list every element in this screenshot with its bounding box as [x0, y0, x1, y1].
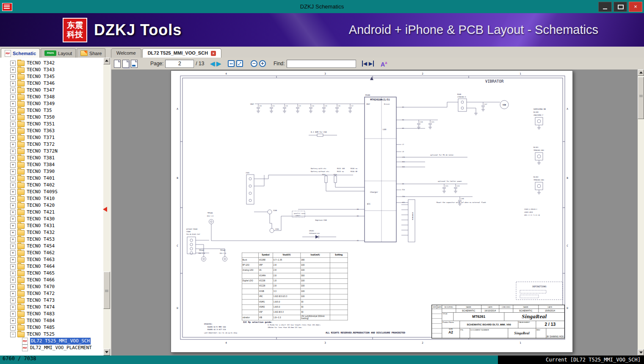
expand-icon[interactable]: +	[10, 67, 16, 73]
tree-folder-row[interactable]: +TECNO T470	[0, 283, 103, 290]
expand-icon[interactable]: +	[10, 88, 16, 93]
expand-icon[interactable]: +	[10, 122, 16, 127]
expand-icon[interactable]: +	[10, 278, 16, 283]
tree-folder-row[interactable]: +TECNO T466	[0, 277, 103, 283]
tree-folder-row[interactable]: +TECNO T401	[0, 175, 103, 182]
tab-schematic[interactable]: PDF Schematic	[1, 48, 40, 58]
tree-folder-row[interactable]: +TECNO T350	[0, 114, 103, 121]
expand-icon[interactable]: +	[10, 74, 16, 80]
tree-folder-row[interactable]: −TECNO T525	[0, 331, 103, 338]
expand-icon[interactable]: +	[10, 271, 16, 276]
expand-icon[interactable]: +	[10, 149, 16, 154]
main-scroll-down-icon[interactable]	[638, 349, 644, 356]
expand-icon[interactable]: +	[10, 305, 16, 310]
font-size-button[interactable]: Aa	[381, 59, 387, 68]
tree-folder-row[interactable]: +TECNO T384	[0, 161, 103, 168]
expand-icon[interactable]: +	[10, 128, 16, 134]
expand-icon[interactable]: +	[10, 142, 16, 147]
fit-width-button[interactable]: ↔	[228, 60, 235, 67]
tree-folder-row[interactable]: +TECNO T371	[0, 134, 103, 141]
tree-folder-row[interactable]: +TECNO T343	[0, 67, 103, 73]
tree-folder-row[interactable]: +TECNO T346	[0, 80, 103, 87]
expand-icon[interactable]: +	[10, 156, 16, 161]
tree-folder-row[interactable]: +TECNO T372N	[0, 148, 103, 155]
expand-icon[interactable]: +	[10, 325, 16, 331]
continuous-page-icon[interactable]	[131, 60, 138, 68]
tree-folder-row[interactable]: +TECNO T453	[0, 236, 103, 243]
expand-icon[interactable]: +	[10, 230, 16, 236]
sidebar-scroll-down-icon[interactable]	[103, 349, 110, 356]
tree-folder-row[interactable]: +TECNO T483	[0, 311, 103, 317]
tree-folder-row[interactable]: +TECNO T349	[0, 100, 103, 107]
main-scroll-up-icon[interactable]	[638, 69, 644, 76]
zoom-in-button[interactable]: +	[259, 60, 266, 67]
tree-folder-row[interactable]: +TECNO T484	[0, 317, 103, 324]
expand-icon[interactable]: +	[10, 176, 16, 181]
tree-document-row[interactable]: PDFDL72_MMI_VOO_PLACEMENT	[0, 345, 103, 351]
tree-folder-row[interactable]: +TECNO T485	[0, 324, 103, 331]
collapse-icon[interactable]: −	[10, 332, 16, 337]
tree-folder-row[interactable]: +TECNO T410	[0, 195, 103, 202]
document-viewport[interactable]: 44332211AABBCCDDK3K4K2L2L8L10H13H12D4E18…	[111, 69, 638, 356]
expand-icon[interactable]: +	[10, 189, 16, 195]
tree-folder-row[interactable]: +TECNO T464	[0, 263, 103, 270]
expand-icon[interactable]: +	[10, 115, 16, 120]
tree-folder-row[interactable]: +TECNO T430	[0, 216, 103, 222]
close-button[interactable]: ×	[629, 2, 642, 12]
tree-folder-row[interactable]: +TECNO T409S	[0, 189, 103, 195]
tab-layout[interactable]: PADS Layout	[41, 48, 76, 58]
doc-tab-close-icon[interactable]: x	[211, 51, 216, 56]
minimize-button[interactable]	[598, 2, 612, 12]
expand-icon[interactable]: +	[10, 108, 16, 114]
tree-folder-row[interactable]: +TECNO T347	[0, 87, 103, 94]
page-input[interactable]	[165, 60, 194, 68]
previous-page-button[interactable]: ◀	[210, 60, 215, 67]
expand-icon[interactable]: +	[10, 217, 16, 222]
expand-icon[interactable]: +	[10, 183, 16, 188]
expand-icon[interactable]: +	[10, 257, 16, 263]
tree-folder-row[interactable]: +TECNO T402	[0, 182, 103, 189]
multi-page-icon[interactable]	[122, 60, 129, 68]
tree-folder-row[interactable]: +TECNO T473	[0, 297, 103, 304]
expand-icon[interactable]: +	[10, 291, 16, 297]
doc-tab-current[interactable]: DL72 T525_MMI_VOO_SCH x	[142, 48, 221, 58]
tree-folder-row[interactable]: +TECNO T421	[0, 209, 103, 216]
sidebar-scroll-up-icon[interactable]	[103, 58, 110, 64]
tree-folder-row[interactable]: +TECNO T390	[0, 168, 103, 175]
tree-folder-row[interactable]: +TECNO T472	[0, 290, 103, 297]
tree-document-row[interactable]: PDFDL72 T525_MMI_VOO_SCH	[0, 338, 103, 345]
expand-icon[interactable]: +	[10, 101, 16, 107]
main-scroll-thumb[interactable]	[638, 77, 644, 119]
expand-icon[interactable]: +	[10, 210, 16, 215]
expand-icon[interactable]: +	[10, 223, 16, 229]
tree-folder-row[interactable]: +TECNO T462	[0, 250, 103, 256]
tree-folder-row[interactable]: +TECNO T420	[0, 202, 103, 209]
expand-icon[interactable]: +	[10, 250, 16, 256]
expand-icon[interactable]: +	[10, 81, 16, 86]
expand-icon[interactable]: +	[10, 135, 16, 141]
tree-folder-row[interactable]: +TECNO T465	[0, 270, 103, 277]
sidebar-scroll-thumb[interactable]	[103, 272, 110, 309]
find-input[interactable]	[287, 60, 356, 68]
expand-icon[interactable]: +	[10, 237, 16, 242]
expand-icon[interactable]: +	[10, 162, 16, 168]
tree-folder-row[interactable]: +TECNO T381	[0, 155, 103, 161]
doc-tab-welcome[interactable]: Welcome	[111, 48, 141, 58]
tree-folder-row[interactable]: +TECNO T345	[0, 73, 103, 80]
tree-folder-row[interactable]: +TECNO T431	[0, 222, 103, 229]
single-page-icon[interactable]	[114, 60, 121, 68]
expand-icon[interactable]: +	[10, 61, 16, 66]
main-scrollbar[interactable]	[638, 69, 644, 356]
expand-icon[interactable]: +	[10, 298, 16, 303]
find-previous-button[interactable]: ◀	[362, 61, 367, 67]
tree-folder-row[interactable]: +TECNO T454	[0, 243, 103, 250]
tree-folder-row[interactable]: +TECNO T342	[0, 60, 103, 67]
tree-folder-row[interactable]: +TECNO T348	[0, 94, 103, 100]
tree-folder-row[interactable]: +TECNO T432	[0, 229, 103, 236]
next-page-button[interactable]: ▶	[216, 60, 221, 67]
expand-icon[interactable]: +	[10, 311, 16, 317]
expand-icon[interactable]: +	[10, 264, 16, 270]
expand-icon[interactable]: +	[10, 196, 16, 202]
tree-folder-row[interactable]: +TECNO T372	[0, 141, 103, 148]
fit-page-button[interactable]: ⤢	[236, 60, 243, 67]
